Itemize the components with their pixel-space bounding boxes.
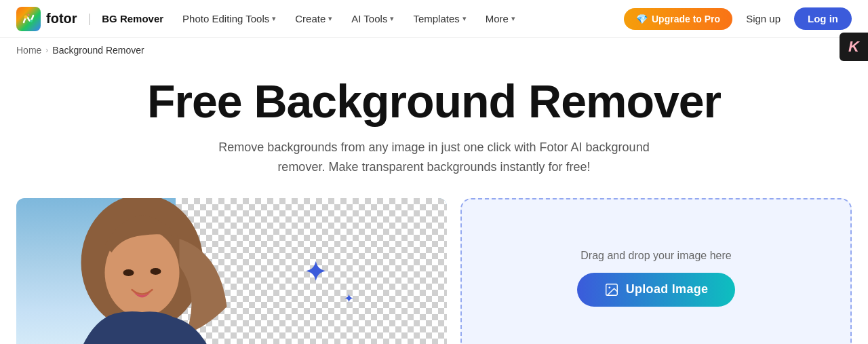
svg-point-1 — [24, 15, 28, 18]
upload-label: Upload Image — [626, 282, 709, 297]
nav-label-ai-tools: AI Tools — [351, 13, 387, 24]
breadcrumb-separator: › — [45, 45, 48, 55]
signup-label: Sign up — [746, 13, 781, 24]
login-label: Log in — [808, 13, 838, 24]
breadcrumb-home[interactable]: Home — [16, 45, 41, 56]
nav-item-more[interactable]: More ▾ — [477, 9, 524, 28]
breadcrumb-current: Background Remover — [52, 45, 144, 56]
svg-point-2 — [30, 20, 33, 22]
nav-actions: 💎 Upgrade to Pro Sign up Log in — [624, 7, 852, 30]
chevron-down-icon: ▾ — [511, 14, 515, 23]
image-preview: ✦ ✦ — [16, 198, 447, 344]
breadcrumb: Home › Background Remover — [0, 38, 868, 62]
upload-image-button[interactable]: Upload Image — [577, 273, 736, 307]
signup-button[interactable]: Sign up — [739, 9, 787, 28]
upload-image-icon — [604, 282, 619, 297]
logo-subtitle: BG Remover — [102, 13, 163, 24]
nav-item-photo-editing-tools[interactable]: Photo Editing Tools ▾ — [174, 9, 284, 28]
logo-text: fotor — [46, 11, 77, 26]
nav-item-create[interactable]: Create ▾ — [287, 9, 340, 28]
nav-label-more: More — [486, 13, 509, 24]
upgrade-button[interactable]: 💎 Upgrade to Pro — [624, 8, 732, 30]
nav-menu: Photo Editing Tools ▾ Create ▾ AI Tools … — [174, 9, 624, 28]
hero-subtitle: Remove backgrounds from any image in jus… — [197, 138, 671, 177]
nav-label-photo-editing: Photo Editing Tools — [182, 13, 269, 24]
woman-image — [16, 198, 275, 344]
nav-label-templates: Templates — [413, 13, 459, 24]
drop-zone[interactable]: Drag and drop your image here Upload Ima… — [460, 198, 852, 344]
svg-point-3 — [28, 14, 30, 16]
upgrade-label: Upgrade to Pro — [652, 14, 720, 24]
chevron-down-icon: ▾ — [272, 14, 276, 23]
svg-point-10 — [608, 286, 610, 288]
logo[interactable]: fotor | BG Remover — [16, 7, 163, 31]
nav-item-templates[interactable]: Templates ▾ — [405, 9, 474, 28]
nav-item-ai-tools[interactable]: AI Tools ▾ — [343, 9, 402, 28]
chevron-down-icon: ▾ — [462, 14, 467, 23]
main-nav: fotor | BG Remover Photo Editing Tools ▾… — [0, 0, 868, 38]
nav-label-create: Create — [295, 13, 326, 24]
upgrade-gem-icon: 💎 — [636, 14, 648, 24]
hero-section: Free Background Remover Remove backgroun… — [0, 62, 868, 187]
svg-point-8 — [151, 268, 161, 275]
logo-icon — [16, 7, 41, 31]
klarna-badge[interactable]: K — [840, 33, 868, 61]
chevron-down-icon: ▾ — [328, 14, 332, 23]
login-button[interactable]: Log in — [794, 7, 852, 30]
chevron-down-icon: ▾ — [390, 14, 394, 23]
hero-title: Free Background Remover — [16, 76, 852, 127]
logo-divider: | — [88, 12, 92, 26]
drop-zone-container: Drag and drop your image here Upload Ima… — [460, 198, 852, 344]
drag-drop-text: Drag and drop your image here — [580, 250, 731, 262]
klarna-icon: K — [848, 38, 859, 56]
svg-point-7 — [123, 269, 134, 276]
content-area: ✦ ✦ Drag and drop your image here Upload… — [0, 187, 868, 344]
